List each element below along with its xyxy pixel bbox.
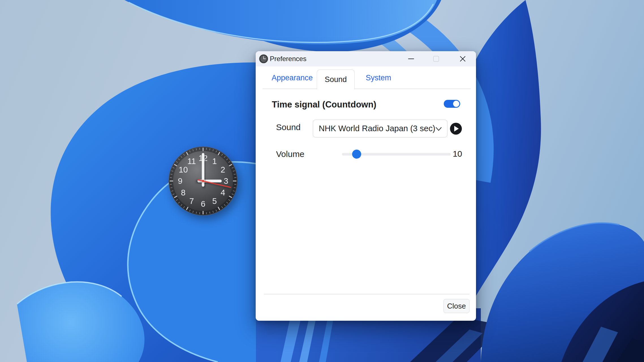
close-button[interactable]: Close: [443, 299, 469, 313]
play-icon: [454, 126, 459, 132]
maximize-button[interactable]: [428, 51, 444, 66]
sound-dropdown-value: NHK World Radio Japan (3 sec): [319, 124, 435, 133]
time-signal-label: Time signal (Countdown): [272, 100, 376, 110]
minimize-icon: [408, 59, 414, 59]
time-signal-toggle[interactable]: [444, 100, 460, 108]
minimize-button[interactable]: [403, 51, 419, 66]
analog-clock-widget[interactable]: 123456789101112: [166, 144, 240, 218]
svg-text:1: 1: [212, 157, 217, 166]
svg-text:3: 3: [224, 176, 228, 186]
svg-text:2: 2: [221, 165, 225, 174]
svg-text:7: 7: [189, 197, 194, 206]
play-sound-button[interactable]: [450, 123, 462, 135]
svg-text:4: 4: [221, 188, 225, 197]
clock-app-icon: [259, 54, 268, 63]
close-window-button[interactable]: [455, 51, 471, 66]
svg-text:9: 9: [178, 176, 182, 186]
desktop: { "wallpaper": { "style": "windows-11-bl…: [0, 0, 644, 362]
maximize-icon: [433, 56, 439, 62]
svg-text:10: 10: [179, 165, 188, 174]
titlebar[interactable]: Preferences: [256, 51, 476, 66]
tab-appearance[interactable]: Appearance: [267, 66, 317, 89]
window-title: Preferences: [270, 51, 306, 66]
clock-face: 123456789101112: [166, 144, 240, 218]
sound-label: Sound: [276, 122, 301, 132]
close-icon: [459, 55, 466, 62]
svg-text:5: 5: [212, 197, 217, 206]
svg-text:11: 11: [187, 157, 196, 166]
sound-dropdown[interactable]: NHK World Radio Japan (3 sec): [313, 120, 447, 137]
tab-bar: Appearance Sound System: [256, 66, 476, 89]
preferences-window: Preferences Appearance Sound System Time…: [256, 51, 476, 321]
toggle-knob: [453, 101, 459, 107]
volume-label: Volume: [276, 149, 304, 159]
tab-sound[interactable]: Sound: [317, 70, 355, 89]
svg-text:6: 6: [201, 199, 205, 208]
svg-text:8: 8: [181, 188, 186, 197]
tab-system[interactable]: System: [354, 66, 403, 89]
footer-separator: [264, 294, 469, 294]
volume-slider-thumb[interactable]: [352, 150, 361, 159]
volume-value: 10: [425, 148, 462, 159]
chevron-down-icon: [435, 125, 443, 133]
